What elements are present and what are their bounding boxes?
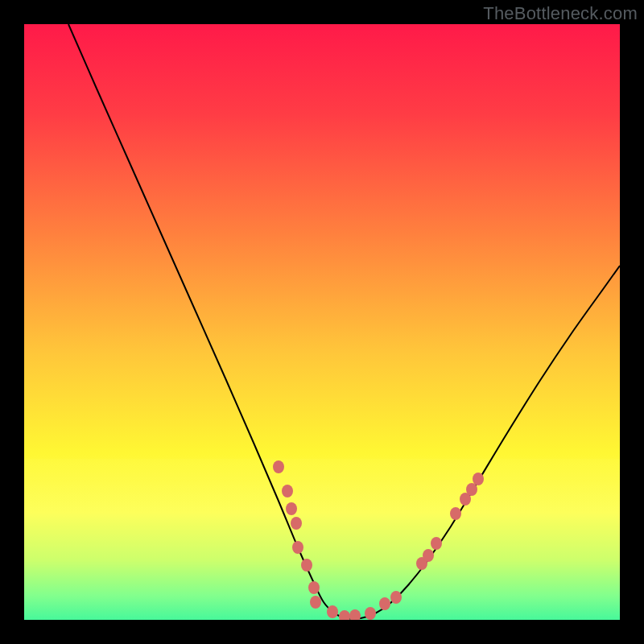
data-dot (450, 507, 461, 520)
data-dot (365, 607, 376, 620)
highlight-band (24, 459, 620, 620)
data-dot (473, 473, 484, 485)
plot-area (24, 24, 620, 620)
data-dot (308, 581, 320, 594)
data-dot (286, 502, 297, 515)
chart-frame: TheBottleneck.com (0, 0, 644, 644)
data-dot (301, 559, 312, 572)
data-dot (379, 597, 390, 610)
data-dot (310, 596, 321, 609)
data-dot (327, 605, 338, 618)
data-dot (292, 541, 303, 554)
chart-svg (24, 24, 620, 620)
data-dot (273, 460, 284, 473)
data-dot (282, 485, 293, 497)
data-dot (423, 549, 434, 562)
data-dot (431, 537, 442, 550)
data-dot (291, 517, 302, 530)
data-dot (466, 483, 477, 496)
data-dot (390, 591, 402, 604)
watermark-label: TheBottleneck.com (483, 3, 638, 24)
